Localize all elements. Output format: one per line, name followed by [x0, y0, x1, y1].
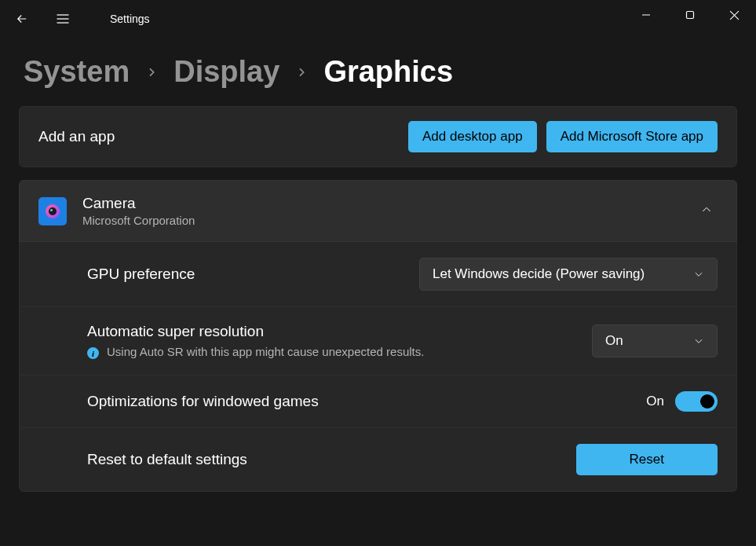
- gpu-preference-row: GPU preference Let Windows decide (Power…: [19, 242, 737, 307]
- windowed-games-row: Optimizations for windowed games On: [19, 376, 737, 428]
- app-settings-group: Camera Microsoft Corporation GPU prefere…: [19, 180, 737, 492]
- app-publisher: Microsoft Corporation: [82, 214, 680, 227]
- minimize-button[interactable]: [624, 0, 668, 30]
- reset-row: Reset to default settings Reset: [19, 428, 737, 492]
- breadcrumb-display[interactable]: Display: [173, 55, 279, 89]
- app-header[interactable]: Camera Microsoft Corporation: [19, 180, 737, 242]
- auto-sr-row: Automatic super resolution i Using Auto …: [19, 307, 737, 376]
- chevron-down-icon: [693, 335, 704, 346]
- breadcrumb: System Display Graphics: [0, 38, 756, 106]
- chevron-down-icon: [693, 269, 704, 280]
- camera-app-icon: [38, 197, 67, 225]
- add-store-app-button[interactable]: Add Microsoft Store app: [546, 121, 718, 152]
- add-app-card: Add an app Add desktop app Add Microsoft…: [19, 106, 737, 167]
- app-name: Camera: [82, 195, 680, 212]
- menu-button[interactable]: [53, 9, 72, 28]
- reset-button[interactable]: Reset: [576, 444, 718, 475]
- close-button[interactable]: [712, 0, 756, 30]
- close-icon: [729, 10, 740, 20]
- window-title: Settings: [110, 13, 150, 25]
- windowed-games-control: On: [646, 391, 718, 412]
- maximize-icon: [685, 10, 695, 20]
- arrow-left-icon: [15, 12, 29, 26]
- reset-label: Reset to default settings: [87, 451, 557, 468]
- auto-sr-value: On: [605, 333, 623, 349]
- chevron-up-icon: [700, 203, 713, 216]
- maximize-button[interactable]: [668, 0, 712, 30]
- add-desktop-app-button[interactable]: Add desktop app: [408, 121, 537, 152]
- gpu-preference-dropdown[interactable]: Let Windows decide (Power saving): [419, 258, 718, 291]
- add-app-title: Add an app: [38, 128, 115, 145]
- content-area: Add an app Add desktop app Add Microsoft…: [0, 106, 756, 492]
- auto-sr-sub: i Using Auto SR with this app might caus…: [87, 345, 573, 359]
- auto-sr-label: Automatic super resolution: [87, 323, 573, 340]
- app-info: Camera Microsoft Corporation: [82, 195, 680, 227]
- auto-sr-desc: Using Auto SR with this app might cause …: [107, 345, 424, 358]
- back-button[interactable]: [13, 9, 31, 28]
- windowed-games-state: On: [646, 394, 664, 409]
- breadcrumb-system[interactable]: System: [24, 55, 130, 89]
- minimize-icon: [641, 10, 651, 20]
- breadcrumb-current: Graphics: [323, 55, 453, 89]
- gpu-preference-label: GPU preference: [87, 266, 400, 283]
- titlebar: Settings: [0, 0, 756, 38]
- svg-rect-4: [687, 12, 694, 19]
- info-icon: i: [87, 347, 99, 359]
- chevron-right-icon: [295, 66, 308, 79]
- titlebar-left: Settings: [13, 9, 150, 28]
- toggle-knob: [700, 394, 714, 409]
- auto-sr-dropdown[interactable]: On: [592, 324, 718, 357]
- auto-sr-info: Automatic super resolution i Using Auto …: [87, 323, 573, 359]
- windowed-games-label: Optimizations for windowed games: [87, 393, 627, 410]
- gpu-preference-value: Let Windows decide (Power saving): [433, 266, 645, 282]
- chevron-right-icon: [145, 66, 158, 79]
- windowed-games-toggle[interactable]: [675, 391, 718, 412]
- collapse-button[interactable]: [696, 199, 718, 223]
- window-controls: [624, 0, 756, 30]
- add-app-buttons: Add desktop app Add Microsoft Store app: [408, 121, 718, 152]
- hamburger-icon: [55, 11, 71, 27]
